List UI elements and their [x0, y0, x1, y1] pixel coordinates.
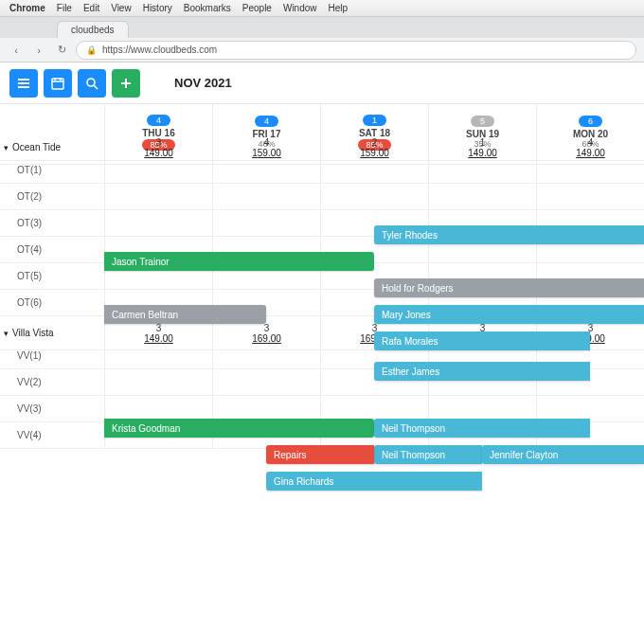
availability-count: 3: [156, 323, 162, 333]
menu-history[interactable]: History: [143, 3, 172, 13]
forward-icon[interactable]: ›: [30, 42, 47, 59]
menu-app[interactable]: Chrome: [9, 3, 45, 13]
room-row-label[interactable]: OT(3): [0, 210, 104, 237]
calendar-cell[interactable]: [104, 157, 212, 184]
search-icon: [85, 77, 98, 90]
room-name: VV(3): [17, 403, 42, 414]
calendar-icon: [51, 77, 64, 90]
group-name: Villa Vista: [12, 328, 54, 338]
room-name: OT(5): [17, 271, 42, 281]
svg-point-1: [87, 79, 95, 86]
room-name: VV(1): [17, 350, 42, 361]
group-name: Ocean Tide: [12, 142, 61, 152]
room-name: OT(6): [17, 297, 42, 308]
svg-rect-0: [52, 79, 63, 89]
browser-tabbar: cloudbeds: [0, 17, 644, 38]
calendar-cell[interactable]: [212, 343, 320, 369]
availability-count: 4: [264, 137, 270, 148]
room-row-label[interactable]: VV(4): [0, 422, 104, 449]
room-row-label[interactable]: OT(5): [0, 263, 104, 290]
reservation-bar[interactable]: Neil Thompson: [374, 445, 482, 464]
chevron-down-icon: ▾: [4, 143, 9, 152]
search-button[interactable]: [78, 69, 106, 98]
room-name: OT(1): [17, 165, 42, 175]
calendar-cell[interactable]: [104, 184, 212, 210]
calendar-cell[interactable]: [212, 210, 320, 237]
calendar-cell[interactable]: [536, 157, 644, 184]
room-name: VV(2): [17, 377, 42, 387]
back-icon[interactable]: ‹: [8, 42, 25, 59]
calendar-cell[interactable]: [212, 184, 320, 210]
availability-count: 3: [156, 137, 162, 148]
room-row-label[interactable]: VV(2): [0, 369, 104, 396]
menu-file[interactable]: File: [57, 3, 72, 13]
room-row-label[interactable]: OT(1): [0, 157, 104, 184]
calendar-cell[interactable]: [536, 184, 644, 210]
reservation-bar[interactable]: Jason Trainor: [104, 252, 374, 271]
calendar-cell[interactable]: [428, 157, 536, 184]
menu-button[interactable]: [9, 69, 38, 98]
calendar-cell[interactable]: [320, 184, 428, 210]
menu-people[interactable]: People: [242, 3, 272, 13]
reload-icon[interactable]: ↻: [53, 42, 70, 59]
room-name: VV(4): [17, 430, 42, 440]
availability-badge: 5: [471, 116, 494, 127]
menu-icon: [17, 77, 30, 90]
url-field[interactable]: 🔒 https://www.cloudbeds.com: [76, 41, 636, 60]
calendar-button[interactable]: [44, 69, 72, 98]
room-name: OT(3): [17, 218, 42, 228]
availability-count: 2: [372, 137, 378, 148]
room-row-label[interactable]: VV(1): [0, 343, 104, 369]
calendar-cell[interactable]: [212, 157, 320, 184]
availability-count: 3: [264, 323, 270, 333]
rate-value[interactable]: 159.00: [252, 148, 281, 158]
browser-urlbar: ‹ › ↻ 🔒 https://www.cloudbeds.com: [0, 38, 644, 63]
reservation-bar[interactable]: Mary Jones: [374, 305, 644, 324]
browser-tab[interactable]: cloudbeds: [57, 21, 129, 38]
calendar-cell[interactable]: [104, 210, 212, 237]
availability-badge: 4: [255, 116, 278, 127]
calendar-cell[interactable]: [104, 369, 212, 396]
calendar-cell[interactable]: [428, 184, 536, 210]
reservation-bar[interactable]: Tyler Rhodes: [374, 225, 644, 244]
menu-bookmarks[interactable]: Bookmarks: [184, 3, 231, 13]
reservation-bar[interactable]: Rafa Morales: [374, 331, 590, 350]
menu-edit[interactable]: Edit: [83, 3, 99, 13]
menu-window[interactable]: Window: [283, 3, 317, 13]
url-text: https://www.cloudbeds.com: [102, 45, 217, 55]
reservation-bar[interactable]: Krista Goodman: [104, 419, 374, 438]
reservation-bar[interactable]: Neil Thompson: [374, 419, 590, 438]
reservation-bar[interactable]: Carmen Beltran: [104, 305, 266, 324]
rate-value[interactable]: 149.00: [144, 148, 173, 158]
room-row-label[interactable]: VV(3): [0, 396, 104, 422]
rate-value[interactable]: 159.00: [360, 148, 389, 158]
availability-count: 1: [480, 137, 486, 148]
calendar-cell[interactable]: [212, 369, 320, 396]
calendar-cell[interactable]: [104, 343, 212, 369]
reservation-bar[interactable]: Repairs: [266, 445, 374, 464]
availability-badge: 6: [579, 116, 602, 127]
menu-help[interactable]: Help: [329, 3, 349, 13]
rate-value[interactable]: 149.00: [144, 333, 173, 344]
app-toolbar: NOV 2021: [0, 63, 644, 104]
add-button[interactable]: [112, 69, 140, 98]
mac-menubar: Chrome File Edit View History Bookmarks …: [0, 0, 644, 17]
plus-icon: [119, 77, 133, 90]
room-row-label[interactable]: OT(6): [0, 290, 104, 316]
calendar-grid: 4THU 1685%4FRI 1746%1SAT 1885%5SUN 1935%…: [0, 104, 644, 449]
month-title: NOV 2021: [174, 76, 232, 90]
menu-view[interactable]: View: [111, 3, 132, 13]
calendar-cell[interactable]: [320, 157, 428, 184]
reservation-bar[interactable]: Esther James: [374, 362, 590, 381]
reservation-bar[interactable]: Hold for Rodgers: [374, 278, 644, 297]
reservation-bar[interactable]: Gina Richards: [266, 472, 482, 491]
rate-value[interactable]: 149.00: [468, 148, 497, 158]
availability-count: 4: [588, 137, 594, 148]
availability-badge: 1: [363, 115, 386, 126]
reservation-bar[interactable]: Jennifer Clayton: [482, 445, 644, 464]
room-row-label[interactable]: OT(2): [0, 184, 104, 210]
room-row-label[interactable]: OT(4): [0, 237, 104, 263]
rate-value[interactable]: 149.00: [576, 148, 605, 158]
room-name: OT(2): [17, 191, 42, 202]
rate-value[interactable]: 169.00: [252, 333, 281, 344]
